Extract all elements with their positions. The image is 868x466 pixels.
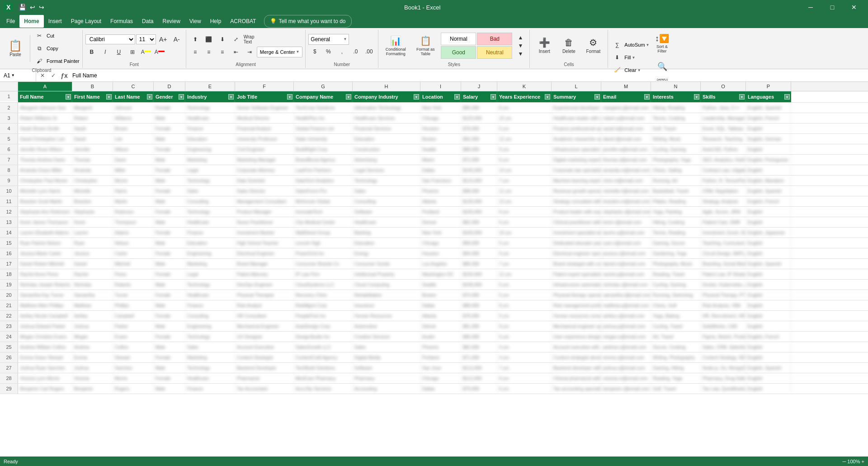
list-item[interactable]: Education [353,134,420,144]
list-item[interactable]: Sales Director [235,186,294,196]
list-item[interactable]: Sarah Brown-Smith [18,124,72,133]
list-item[interactable]: $112,000 [461,373,497,383]
row-num-12[interactable]: 12 [0,207,18,217]
list-item[interactable]: andrew.c@email.com [601,342,651,352]
list-item[interactable]: Female [154,103,185,113]
list-item[interactable]: 13 yrs [497,196,552,206]
list-item[interactable]: Contract Law, Litigation [701,165,746,175]
list-item[interactable]: $160,000 [461,228,497,238]
list-item[interactable]: Thomas [72,155,113,165]
fill-button[interactable]: ⬇ [611,52,623,63]
list-item[interactable]: Finance [185,124,235,133]
list-item[interactable]: sarah.b@email.com [601,124,651,133]
list-item[interactable]: Information Technology [353,103,420,113]
list-item[interactable]: Gardening, Yoga [651,248,701,258]
list-item[interactable]: HealthPlus Inc [294,113,353,123]
list-item[interactable]: rachel.p@email.com [601,269,651,279]
list-item[interactable]: Node.js, Go, MongoDB [701,363,746,373]
bad-style-button[interactable]: Bad [477,33,512,45]
undo-icon[interactable]: ↩ [30,4,35,11]
list-item[interactable]: 6 yrs [497,155,552,165]
list-item[interactable]: Daniel Robert Mitchell [18,259,72,269]
list-item[interactable]: Pharmacist [235,373,294,383]
list-item[interactable]: Automotive [353,321,420,331]
list-item[interactable]: Cycling, Gaming [651,280,701,290]
list-item[interactable]: Golf, Travel [651,124,701,133]
list-item[interactable]: Mechanical Engineer [235,321,294,331]
list-item[interactable]: Margaret Johnson Doe [18,103,72,113]
list-item[interactable]: Male [154,113,185,123]
cell-ref-dropdown[interactable]: ▼ [11,73,15,77]
list-item[interactable]: benjamin.r@email.com [601,384,651,394]
list-item[interactable]: Yoga, Painting [651,207,701,217]
list-item[interactable]: thomas.d@email.com [601,155,651,165]
list-item[interactable]: Male [154,238,185,248]
list-item[interactable]: $112,000 [461,363,497,373]
list-item[interactable]: 15 yrs [497,113,552,123]
list-item[interactable]: Reading, Travel [651,269,701,279]
list-item[interactable]: Emma [72,352,113,362]
merge-center-button[interactable]: Merge & Center ▼ [257,47,303,57]
list-item[interactable]: Hiking, Cooking [651,217,701,227]
list-item[interactable]: Branding, Social Media [701,259,746,269]
filter-skills[interactable]: ▼ [739,94,745,100]
list-item[interactable]: Patient Care, EMR [701,217,746,227]
list-item[interactable]: Ryan Patrick Nelson [18,238,72,248]
list-item[interactable]: $91,000 [461,321,497,331]
list-item[interactable]: Accounting [353,384,420,394]
list-item[interactable]: Insurance [353,300,420,310]
list-item[interactable]: English [746,248,791,258]
list-item[interactable]: Physical therapy specialist focused... [552,290,601,300]
list-item[interactable]: Ashley [72,311,113,321]
list-item[interactable]: samantha.t@email.com [601,290,651,300]
list-item[interactable]: Creative Services [353,332,420,342]
list-item[interactable]: Robert Williams Sr [18,113,72,123]
list-item[interactable]: Thomas Andrew Davis [18,155,72,165]
insert-button[interactable]: ➕ Insert [533,32,556,59]
list-item[interactable]: Victoria [72,373,113,383]
list-item[interactable]: $86,000 [461,259,497,269]
list-item[interactable]: Denver [420,217,461,227]
list-item[interactable]: TechBuild Solutions [294,363,353,373]
filter-experience[interactable]: ▼ [545,94,550,100]
list-item[interactable]: lauren.a@email.com [601,228,651,238]
list-item[interactable]: City Medical Center [294,217,353,227]
list-item[interactable]: InnovateTech [294,207,353,217]
list-item[interactable]: BuildRight Corp [294,144,353,154]
row-num-24[interactable]: 24 [0,332,18,342]
list-item[interactable]: Female [154,332,185,342]
list-item[interactable]: Collins [113,342,154,352]
list-item[interactable]: English [746,280,791,290]
list-item[interactable]: HR Consultant [235,311,294,321]
list-item[interactable]: AutoCAD, Python [701,144,746,154]
list-item[interactable]: 9 yrs [497,248,552,258]
list-item[interactable]: DesignStudio Inc [294,332,353,342]
list-item[interactable]: daniel.m@email.com [601,259,651,269]
list-item[interactable]: English, Portuguese [746,155,791,165]
list-item[interactable]: 12 yrs [497,134,552,144]
list-item[interactable]: Product leader with experience in... [552,207,601,217]
list-item[interactable]: Joshua [72,321,113,331]
list-item[interactable]: amanda.m@email.com [601,165,651,175]
list-item[interactable]: david.l@email.com [601,134,651,144]
list-item[interactable]: Strategy, Analysis [701,196,746,206]
list-item[interactable]: Global Finance Ltd [294,124,353,133]
list-item[interactable]: $150,000 [461,269,497,279]
list-item[interactable]: Male [154,259,185,269]
list-item[interactable]: Rachel [72,269,113,279]
list-item[interactable]: Benjamin Carl Rogers [18,384,72,394]
list-item[interactable]: 4 yrs [497,342,552,352]
list-item[interactable]: Phillips [113,300,154,310]
italic-button[interactable]: I [99,46,112,58]
list-item[interactable]: San Francisco [420,176,461,185]
filter-fullname[interactable]: ▼ [66,94,71,100]
list-item[interactable]: Technology [185,363,235,373]
list-item[interactable]: English [746,300,791,310]
list-item[interactable]: McKenzie Global [294,196,353,206]
list-item[interactable]: Tax accounting specialist handling... [552,384,601,394]
list-item[interactable]: David Christopher Lee [18,134,72,144]
list-item[interactable]: Lauren [72,228,113,238]
cancel-formula-icon[interactable]: ✕ [38,71,47,80]
list-item[interactable]: Energy [353,248,420,258]
list-item[interactable]: Campbell [113,311,154,321]
